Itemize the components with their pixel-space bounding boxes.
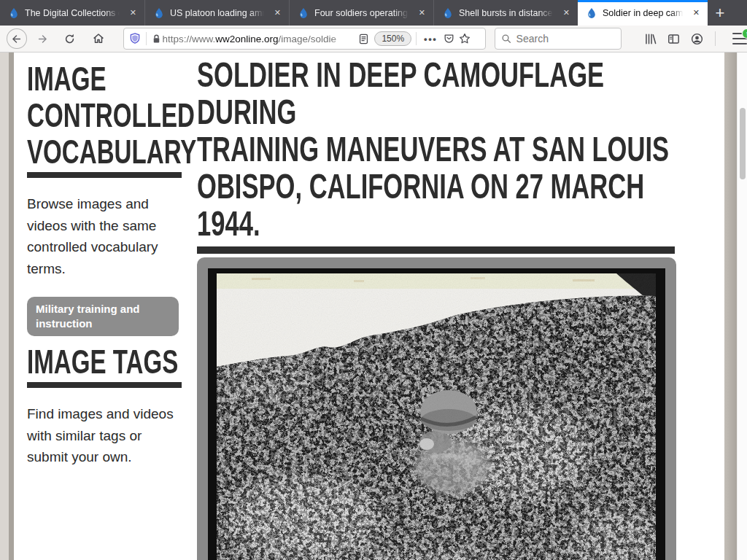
tab-title: Shell bursts in distance sh [459, 8, 556, 18]
page-title: SOLDIER IN DEEP CAMOUFLAGE DURING TRAINI… [197, 56, 677, 242]
tab-close-icon[interactable]: ✕ [417, 7, 427, 19]
divider [146, 32, 147, 45]
menu-button[interactable]: ↑ [732, 33, 747, 44]
scrollbar-track[interactable] [737, 52, 747, 560]
tab-close-icon[interactable]: ✕ [128, 7, 139, 19]
drupal-favicon-icon [153, 7, 165, 19]
url-scheme: https://www. [162, 34, 215, 44]
photo-viewer[interactable]: 168-L-44-1074 WW THE NATIONAL WWII MUSEU… [197, 257, 676, 560]
tab-us-platoon[interactable]: US platoon loading ammun ✕ [144, 0, 289, 26]
page-background-edge [0, 52, 14, 560]
drupal-favicon-icon [442, 7, 454, 19]
tab-shell-bursts[interactable]: Shell bursts in distance sh ✕ [433, 0, 578, 26]
back-button[interactable] [7, 28, 27, 49]
image-tags-heading: IMAGE TAGS [27, 343, 182, 380]
account-icon[interactable] [690, 32, 704, 46]
drupal-favicon-icon [586, 7, 597, 19]
divider [416, 32, 417, 45]
search-input[interactable] [516, 33, 604, 44]
tracking-protection-shield-icon[interactable] [128, 32, 142, 45]
pocket-save-icon[interactable] [443, 33, 455, 45]
page-actions-icon[interactable]: ••• [424, 34, 437, 44]
url-path: /image/soldie [278, 34, 336, 44]
heading-rule [27, 172, 182, 178]
sidebar: IMAGE CONTROLLED VOCABULARY Browse image… [27, 52, 182, 468]
tab-title: Soldier in deep camouflag [603, 8, 686, 18]
bookmark-star-icon[interactable] [458, 32, 471, 45]
scrollbar-thumb[interactable] [740, 108, 746, 179]
url-text[interactable]: https://www.ww2online.org/image/soldie [162, 34, 357, 44]
url-bar[interactable]: https://www.ww2online.org/image/soldie 1… [123, 28, 485, 50]
vocab-description: Browse images and videos with the same c… [27, 193, 182, 279]
menu-bar [732, 33, 742, 34]
tab-bar: The Digital Collections of t ✕ US platoo… [0, 0, 747, 26]
tags-description: Find images and videos with similar tags… [27, 403, 182, 468]
drupal-favicon-icon [298, 7, 309, 19]
tab-close-icon[interactable]: ✕ [272, 7, 283, 19]
tab-digital-collections[interactable]: The Digital Collections of t ✕ [0, 0, 144, 26]
vocab-heading: IMAGE CONTROLLED VOCABULARY [27, 61, 182, 170]
library-icon[interactable] [643, 32, 657, 46]
forward-button[interactable] [34, 29, 53, 48]
archival-photo: 168-L-44-1074 WW THE NATIONAL WWII MUSEU… [208, 268, 665, 560]
sidebars-toggle-icon[interactable] [667, 32, 681, 46]
drupal-favicon-icon [8, 7, 20, 19]
tab-title: US platoon loading ammun [170, 8, 267, 18]
browser-toolbar: https://www.ww2online.org/image/soldie 1… [0, 26, 747, 52]
vocab-tag-military-training[interactable]: Military training and instruction [27, 297, 179, 336]
page-content: IMAGE CONTROLLED VOCABULARY Browse image… [0, 52, 747, 560]
title-line: OBISPO, CALIFORNIA ON 27 MARCH 1944. [197, 168, 677, 242]
tab-title: Four soldiers operating a r [314, 8, 411, 18]
lock-icon[interactable] [151, 34, 162, 44]
reload-button[interactable] [61, 29, 80, 48]
page-background-edge [724, 52, 737, 560]
url-domain: ww2online.org [215, 34, 278, 44]
title-line: TRAINING MANEUVERS AT SAN LOUIS [197, 131, 677, 168]
title-line: SOLDIER IN DEEP CAMOUFLAGE DURING [197, 56, 677, 131]
reader-view-icon[interactable] [357, 33, 370, 45]
title-rule [197, 246, 675, 254]
tab-soldier-camouflage-active[interactable]: Soldier in deep camouflag ✕ [578, 0, 708, 26]
divider [715, 31, 716, 46]
heading-rule [27, 382, 182, 388]
tab-title: The Digital Collections of t [25, 8, 123, 18]
menu-bar [732, 43, 747, 44]
update-available-badge[interactable]: ↑ [742, 28, 747, 39]
main-column: SOLDIER IN DEEP CAMOUFLAGE DURING TRAINI… [197, 52, 677, 560]
search-bar[interactable] [495, 28, 622, 50]
home-button[interactable] [89, 29, 108, 48]
new-tab-button[interactable]: + [708, 0, 732, 26]
tab-four-soldiers[interactable]: Four soldiers operating a r ✕ [289, 0, 433, 26]
tab-close-icon[interactable]: ✕ [561, 7, 572, 19]
search-icon [500, 33, 512, 44]
tab-close-icon[interactable]: ✕ [691, 7, 702, 19]
zoom-level-badge[interactable]: 150% [374, 31, 411, 46]
